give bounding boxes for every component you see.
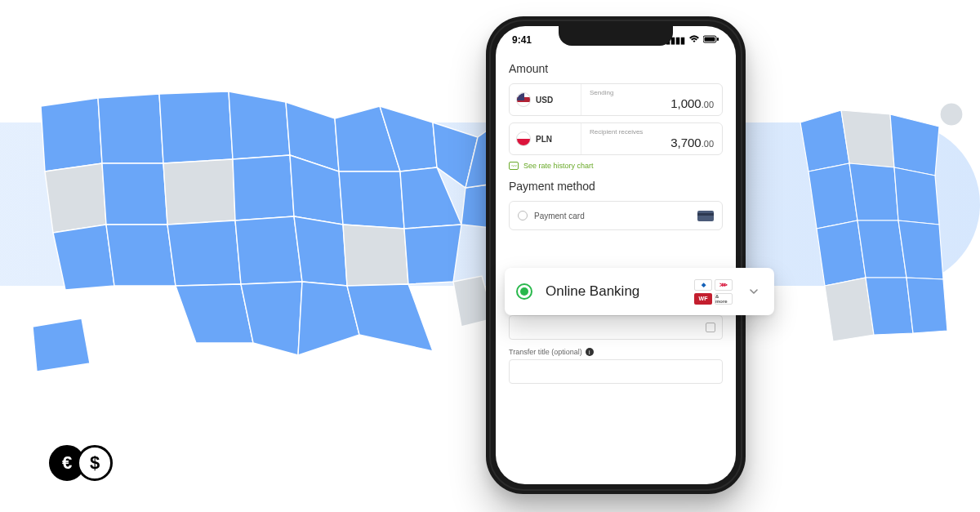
radio-unchecked-icon [518,211,528,220]
chase-logo-icon: ◆ [694,279,712,291]
rate-history-link[interactable]: 〰 See rate history chart [509,162,723,170]
phone-frame: 9:41 ▮▮▮▮ Amount USD Sen [486,16,746,494]
bofa-logo-icon: ⋙ [715,279,733,291]
phone-screen: 9:41 ▮▮▮▮ Amount USD Sen [496,26,736,484]
more-banks-label: & more [715,293,733,305]
list-icon [706,323,715,332]
status-time: 9:41 [512,34,532,46]
bank-logos: ◆ ⋙ WF & more [694,279,737,305]
send-decimals: .00 [702,100,714,109]
send-value: 1,000 [670,96,702,110]
rate-link-text: See rate history chart [523,162,594,170]
online-banking-option[interactable]: Online Banking ◆ ⋙ WF & more [505,268,774,315]
send-label: Sending [590,89,714,96]
info-icon: i [586,348,594,356]
amount-section-title: Amount [509,62,723,75]
chart-icon: 〰 [509,162,519,170]
radio-checked-icon [516,283,532,300]
recv-label: Recipient receives [590,128,714,136]
payment-card-label: Payment card [534,211,585,220]
recv-decimals: .00 [702,139,714,149]
phone-notch [559,26,673,46]
pl-flag-icon [516,131,531,146]
chevron-down-icon [745,283,763,301]
payment-card-option[interactable]: Payment card [509,201,723,230]
currency-badge: € $ [49,445,113,481]
recv-value: 3,700 [670,136,702,149]
dollar-coin-icon: $ [77,445,113,481]
svg-rect-3 [717,38,719,41]
transfer-title-label: Transfer title (optional) [509,348,582,356]
online-banking-label: Online Banking [546,283,694,300]
purpose-input[interactable] [509,315,723,340]
amount-send-row[interactable]: USD Sending 1,000.00 [509,83,723,116]
transfer-title-input[interactable] [509,359,723,384]
payment-method-title: Payment method [509,180,723,193]
recv-currency-code: PLN [536,135,552,144]
wellsfargo-logo-icon: WF [694,293,712,305]
send-currency-code: USD [536,96,553,105]
svg-point-0 [940,103,963,126]
card-icon [697,211,714,221]
wifi-icon [688,35,700,45]
battery-icon [703,35,719,45]
svg-rect-2 [705,38,715,42]
us-flag-icon [516,92,531,107]
amount-receive-row[interactable]: PLN Recipient receives 3,700.00 [509,122,723,155]
